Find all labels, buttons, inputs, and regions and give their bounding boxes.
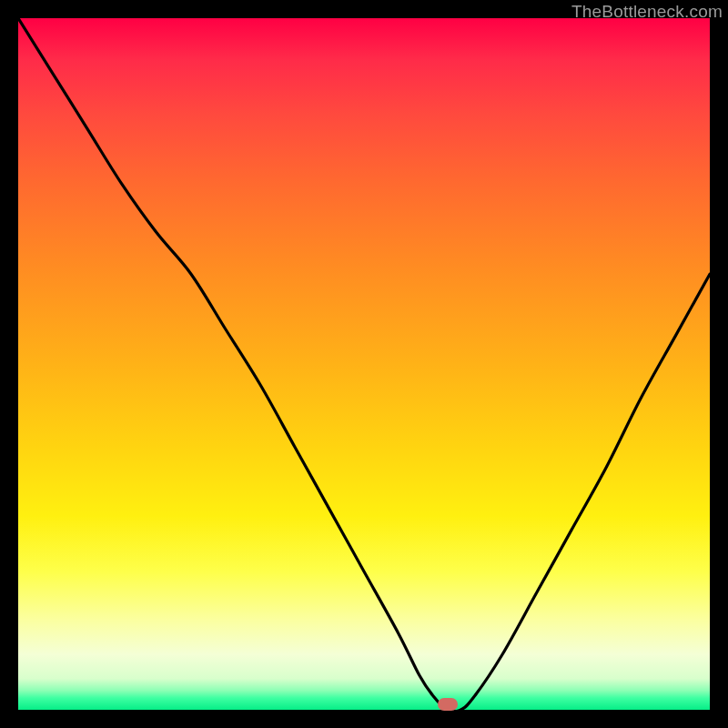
curve-path bbox=[18, 18, 710, 710]
plot-area bbox=[18, 18, 710, 710]
chart-stage: TheBottleneck.com bbox=[0, 0, 728, 728]
optimal-point-marker bbox=[438, 698, 458, 711]
bottleneck-curve bbox=[18, 18, 710, 710]
